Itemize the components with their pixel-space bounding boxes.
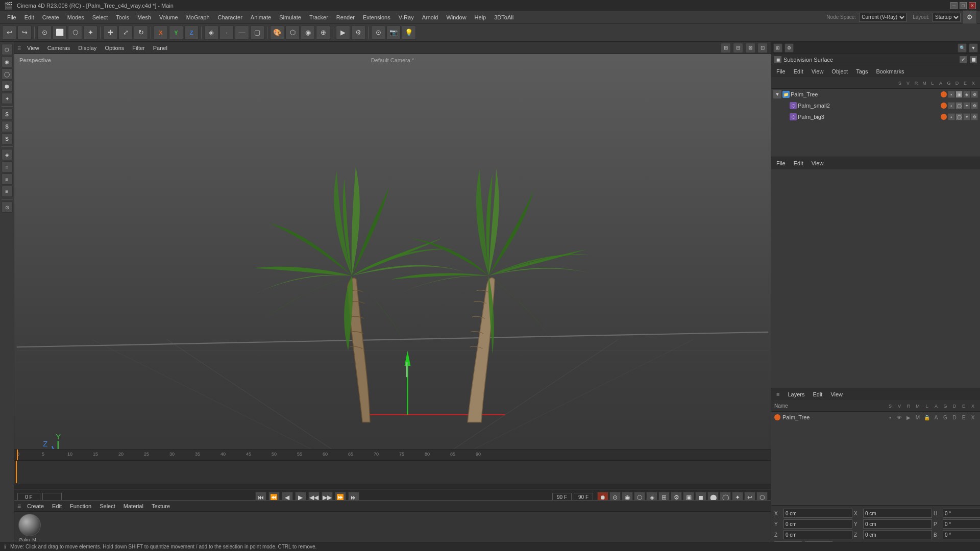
- sidebar-tool-3[interactable]: ◯: [2, 68, 13, 80]
- mat-menu-function[interactable]: Function: [68, 502, 93, 510]
- coord-z-input[interactable]: [783, 530, 852, 539]
- render-settings-button[interactable]: ⚙: [351, 26, 365, 40]
- render-view-button[interactable]: ▶: [336, 26, 350, 40]
- viewport-menu-icon[interactable]: ≡: [17, 44, 21, 52]
- om-row-palmtree[interactable]: ▼ 📁 Palm_Tree ▪ ◉ ◈ ⚙: [771, 89, 980, 100]
- instances-button[interactable]: ◉: [301, 26, 315, 40]
- maximize-button[interactable]: □: [960, 2, 967, 9]
- mat-menu-create[interactable]: Create: [25, 502, 46, 510]
- nodespace-select[interactable]: Current (V-Ray): [859, 13, 906, 22]
- sidebar-tool-12[interactable]: ≡: [2, 186, 13, 197]
- poly-mode-button[interactable]: ▢: [250, 26, 264, 40]
- null-button[interactable]: ⊙: [371, 26, 385, 40]
- om-tag-icon-b3-4[interactable]: ⚙: [971, 113, 978, 120]
- om-toolbar-settings[interactable]: ⚙: [785, 43, 794, 53]
- om-tag-icon-1[interactable]: ▪: [948, 91, 955, 98]
- redo-button[interactable]: ↪: [17, 26, 32, 40]
- layers-menu-edit[interactable]: Edit: [811, 390, 824, 398]
- prop-menu-edit[interactable]: Edit: [792, 159, 805, 167]
- poly-selection-button[interactable]: ✦: [83, 26, 97, 40]
- viewport[interactable]: ≡ View Cameras Display Options Filter Pa…: [14, 42, 771, 490]
- om-toolbar-pin[interactable]: ⊞: [773, 43, 782, 53]
- menu-tools[interactable]: Tools: [112, 13, 133, 21]
- menu-animate[interactable]: Animate: [247, 13, 275, 21]
- subdiv-toggle-icon[interactable]: ◼: [970, 56, 977, 63]
- menu-arnold[interactable]: Arnold: [418, 13, 443, 21]
- layer-flag-expr[interactable]: E: [960, 413, 968, 421]
- om-row-palmsmall2[interactable]: ⬡ Palm_small2 ▪ ◯ ✦ ⚙: [771, 100, 980, 111]
- layer-flag-gen[interactable]: G: [941, 413, 949, 421]
- camera-button[interactable]: 📷: [386, 26, 401, 40]
- om-expand-palmtree[interactable]: ▼: [773, 90, 781, 98]
- x-axis-button[interactable]: X: [154, 26, 168, 40]
- coord-y-input[interactable]: [783, 519, 852, 529]
- coord-xsize-input[interactable]: [863, 509, 932, 518]
- layout-select[interactable]: Startup: [933, 13, 961, 22]
- lasso-button[interactable]: ⬡: [68, 26, 82, 40]
- undo-button[interactable]: ↩: [2, 26, 16, 40]
- menu-mesh[interactable]: Mesh: [133, 13, 155, 21]
- menu-vray[interactable]: V-Ray: [395, 13, 418, 21]
- menu-tracker[interactable]: Tracker: [305, 13, 332, 21]
- om-tag-icon-b3-2[interactable]: ◯: [955, 113, 963, 120]
- om-tag-icon-s2-1[interactable]: ▪: [948, 102, 955, 109]
- om-tag-icon-b3-1[interactable]: ▪: [948, 113, 955, 120]
- layer-row-palmtree[interactable]: Palm_Tree ▪ 👁 ▶ M 🔒 A G D E X: [771, 412, 980, 423]
- scale-button[interactable]: ⤢: [118, 26, 133, 40]
- sidebar-tool-5[interactable]: ✦: [2, 93, 13, 104]
- menu-simulate[interactable]: Simulate: [275, 13, 305, 21]
- sidebar-tool-8[interactable]: S: [2, 133, 13, 144]
- layer-flag-solo[interactable]: ▪: [886, 413, 894, 421]
- layer-flag-manager[interactable]: M: [914, 413, 922, 421]
- prop-menu-view[interactable]: View: [810, 159, 826, 167]
- layer-flag-lock[interactable]: 🔒: [923, 413, 931, 421]
- menu-3dtoall[interactable]: 3DToAll: [490, 13, 518, 21]
- sidebar-tool-1[interactable]: ⬡: [2, 44, 13, 55]
- sidebar-tool-4[interactable]: ⬢: [2, 81, 13, 92]
- mat-menu-material[interactable]: Material: [121, 502, 145, 510]
- layer-flag-render[interactable]: ▶: [904, 413, 913, 421]
- viewport-menu-options[interactable]: Options: [103, 44, 126, 52]
- om-toolbar-filter[interactable]: ▼: [969, 43, 978, 53]
- mat-menu-edit[interactable]: Edit: [50, 502, 64, 510]
- timeline-hscrollbar[interactable]: [14, 483, 771, 489]
- menu-window[interactable]: Window: [442, 13, 470, 21]
- menu-character[interactable]: Character: [214, 13, 247, 21]
- coord-x-input[interactable]: [783, 509, 852, 518]
- rect-selection-button[interactable]: ⬜: [53, 26, 67, 40]
- coord-h-input[interactable]: [943, 509, 980, 518]
- om-tag-icon-s2-3[interactable]: ✦: [963, 102, 970, 109]
- object-mode-button[interactable]: ◈: [204, 26, 218, 40]
- viewport-menu-panel[interactable]: Panel: [151, 44, 169, 52]
- layer-flag-x[interactable]: X: [969, 413, 977, 421]
- om-tag-icon-4[interactable]: ⚙: [971, 91, 978, 98]
- viewport-ctrl-1[interactable]: ⊞: [721, 43, 731, 53]
- sidebar-tool-6[interactable]: S: [2, 109, 13, 120]
- menu-edit[interactable]: Edit: [20, 13, 38, 21]
- menu-modes[interactable]: Modes: [63, 13, 88, 21]
- om-tag-icon-3[interactable]: ◈: [963, 91, 970, 98]
- move-button[interactable]: ✚: [103, 26, 117, 40]
- om-menu-tags[interactable]: Tags: [854, 67, 870, 76]
- z-axis-button[interactable]: Z: [184, 26, 199, 40]
- layer-flag-deform[interactable]: D: [950, 413, 959, 421]
- om-row-palmbig3[interactable]: ⬡ Palm_big3 ▪ ◯ ✦ ⚙: [771, 111, 980, 122]
- coord-ysize-input[interactable]: [863, 519, 932, 529]
- om-menu-bookmarks[interactable]: Bookmarks: [874, 67, 906, 76]
- mat-menu-texture[interactable]: Texture: [150, 502, 172, 510]
- layers-menu-view[interactable]: View: [828, 390, 845, 398]
- menu-select[interactable]: Select: [88, 13, 112, 21]
- close-button[interactable]: ✕: [969, 2, 976, 9]
- om-tag-icon-s2-2[interactable]: ◯: [955, 102, 963, 109]
- menu-help[interactable]: Help: [471, 13, 491, 21]
- om-dot-palmsmall2[interactable]: [941, 103, 947, 109]
- om-tag-icon-b3-3[interactable]: ✦: [963, 113, 970, 120]
- om-menu-view[interactable]: View: [810, 67, 826, 76]
- om-tag-icon-s2-4[interactable]: ⚙: [971, 102, 978, 109]
- texture-button[interactable]: 🎨: [270, 26, 284, 40]
- point-mode-button[interactable]: ·: [219, 26, 234, 40]
- om-menu-file[interactable]: File: [774, 67, 788, 76]
- viewport-ctrl-2[interactable]: ⊟: [733, 43, 743, 53]
- om-dot-palmtree[interactable]: [941, 91, 947, 97]
- coord-b-input[interactable]: [943, 530, 980, 539]
